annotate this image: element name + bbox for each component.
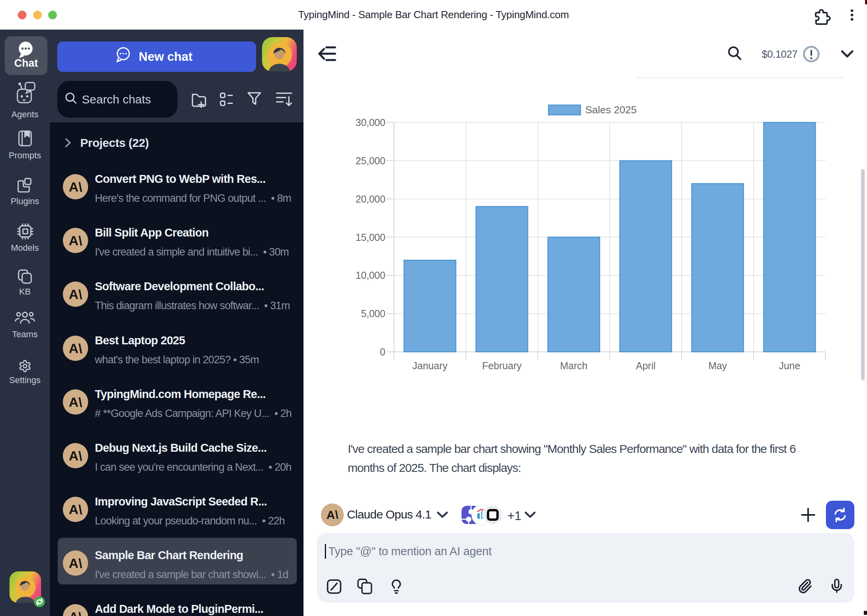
svg-text:April: April: [636, 360, 656, 371]
svg-text:30,000: 30,000: [356, 117, 385, 128]
svg-text:February: February: [482, 360, 522, 371]
svg-text:January: January: [413, 360, 448, 371]
svg-text:June: June: [779, 360, 800, 371]
svg-text:15,000: 15,000: [356, 232, 385, 243]
svg-text:0: 0: [380, 346, 385, 357]
svg-text:25,000: 25,000: [356, 155, 385, 166]
svg-text:10,000: 10,000: [356, 270, 385, 281]
svg-text:March: March: [560, 360, 587, 371]
svg-text:5,000: 5,000: [361, 308, 385, 319]
svg-text:20,000: 20,000: [356, 193, 385, 205]
svg-text:Sales 2025: Sales 2025: [585, 104, 637, 116]
svg-text:May: May: [708, 360, 727, 371]
